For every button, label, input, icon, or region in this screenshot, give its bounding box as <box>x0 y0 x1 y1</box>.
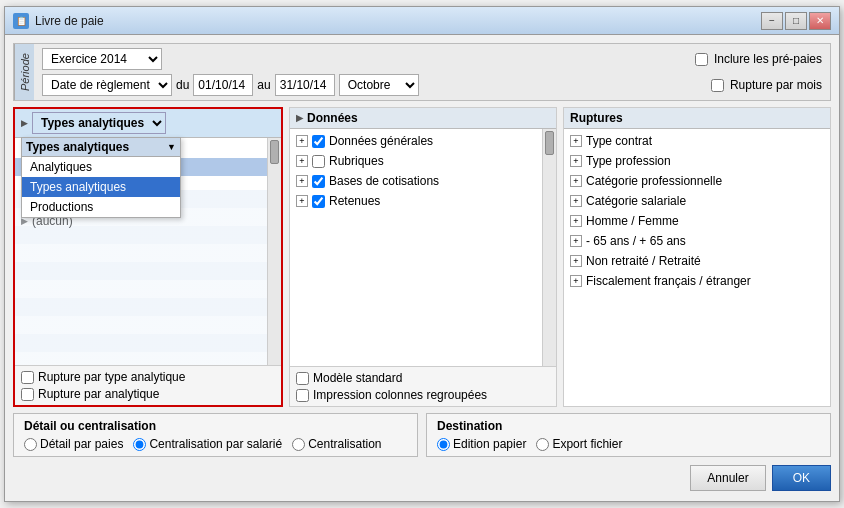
expand-icon-3[interactable]: + <box>296 195 308 207</box>
detail-radio-label-1: Centralisation par salarié <box>133 437 282 451</box>
du-label: du <box>176 78 189 92</box>
rupture-item-3: + Catégorie salariale <box>564 191 830 211</box>
rupture-mois-checkbox[interactable] <box>711 79 724 92</box>
rupture-expand-0[interactable]: + <box>570 135 582 147</box>
data-label-3: Retenues <box>329 194 380 208</box>
right-panel: Ruptures + Type contrat + Type professio… <box>563 107 831 407</box>
rupture-label-3: Catégorie salariale <box>586 194 686 208</box>
middle-panel: ▶ Données + Données générales + Rubrique… <box>289 107 557 407</box>
rupture-item-2: + Catégorie professionnelle <box>564 171 830 191</box>
window-controls: − □ ✕ <box>761 12 831 30</box>
main-panels: ▶ Types analytiques Types analytiques ▼ … <box>13 107 831 407</box>
periode-label: Période <box>14 44 34 100</box>
data-label-1: Rubriques <box>329 154 384 168</box>
rupture-expand-4[interactable]: + <box>570 215 582 227</box>
rupture-item-4: + Homme / Femme <box>564 211 830 231</box>
dropdown-item-analytiques[interactable]: Analytiques <box>22 157 180 177</box>
middle-scrollbar[interactable] <box>542 129 556 366</box>
au-label: au <box>257 78 270 92</box>
rupture-expand-1[interactable]: + <box>570 155 582 167</box>
ok-button[interactable]: OK <box>772 465 831 491</box>
app-icon: 📋 <box>13 13 29 29</box>
expand-icon-0[interactable]: + <box>296 135 308 147</box>
rupture-expand-7[interactable]: + <box>570 275 582 287</box>
date-to-input[interactable] <box>275 74 335 96</box>
rupture-expand-3[interactable]: + <box>570 195 582 207</box>
data-checkbox-3[interactable] <box>312 195 325 208</box>
left-panel: ▶ Types analytiques Types analytiques ▼ … <box>13 107 283 407</box>
detail-radio-2[interactable] <box>292 438 305 451</box>
middle-scrollbar-thumb[interactable] <box>545 131 554 155</box>
data-item-1: + Rubriques <box>290 151 542 171</box>
close-button[interactable]: ✕ <box>809 12 831 30</box>
expand-icon-2[interactable]: + <box>296 175 308 187</box>
periode-section: Période Exercice 2014 Inclure les pré-pa… <box>13 43 831 101</box>
rupture-expand-6[interactable]: + <box>570 255 582 267</box>
data-item-0: + Données générales <box>290 131 542 151</box>
dropdown-title: Types analytiques <box>26 140 129 154</box>
rupture-label-4: Homme / Femme <box>586 214 679 228</box>
middle-panel-arrow: ▶ <box>296 113 303 123</box>
destination-radio-label-1: Export fichier <box>536 437 622 451</box>
title-bar-left: 📋 Livre de paie <box>13 13 104 29</box>
detail-radio-1[interactable] <box>133 438 146 451</box>
action-row: Annuler OK <box>13 463 831 493</box>
content-area: Période Exercice 2014 Inclure les pré-pa… <box>5 35 839 501</box>
include-prepaid-label: Inclure les pré-paies <box>714 52 822 66</box>
rupture-analytique-checkbox[interactable] <box>21 388 34 401</box>
dropdown-item-productions[interactable]: Productions <box>22 197 180 217</box>
modele-standard-checkbox[interactable] <box>296 372 309 385</box>
analytics-type-select[interactable]: Types analytiques <box>32 112 166 134</box>
left-panel-footer: Rupture par type analytique Rupture par … <box>15 365 281 405</box>
rupture-item-5: + - 65 ans / + 65 ans <box>564 231 830 251</box>
detail-radio-0[interactable] <box>24 438 37 451</box>
left-scrollbar-thumb[interactable] <box>270 140 279 164</box>
left-scrollbar[interactable] <box>267 138 281 365</box>
middle-panel-title: Données <box>307 111 358 125</box>
destination-radio-1[interactable] <box>536 438 549 451</box>
impression-colonnes-checkbox[interactable] <box>296 389 309 402</box>
dropdown-item-types-analytiques[interactable]: Types analytiques <box>22 177 180 197</box>
detail-radio-label-2: Centralisation <box>292 437 381 451</box>
cancel-button[interactable]: Annuler <box>690 465 765 491</box>
maximize-button[interactable]: □ <box>785 12 807 30</box>
data-checkbox-0[interactable] <box>312 135 325 148</box>
minimize-button[interactable]: − <box>761 12 783 30</box>
bottom-sections: Détail ou centralisation Détail par paie… <box>13 413 831 457</box>
detail-panel: Détail ou centralisation Détail par paie… <box>13 413 418 457</box>
destination-radio-label-0: Edition papier <box>437 437 526 451</box>
data-item-3: + Retenues <box>290 191 542 211</box>
modele-standard-label: Modèle standard <box>296 371 550 385</box>
middle-panel-header: ▶ Données <box>290 108 556 129</box>
rupture-expand-2[interactable]: + <box>570 175 582 187</box>
window-title: Livre de paie <box>35 14 104 28</box>
rupture-label-0: Type contrat <box>586 134 652 148</box>
rupture-mois-label: Rupture par mois <box>730 78 822 92</box>
data-item-2: + Bases de cotisations <box>290 171 542 191</box>
rupture-label-7: Fiscalement français / étranger <box>586 274 751 288</box>
rupture-expand-5[interactable]: + <box>570 235 582 247</box>
expand-icon-1[interactable]: + <box>296 155 308 167</box>
rupture-item-7: + Fiscalement français / étranger <box>564 271 830 291</box>
include-prepaid-checkbox[interactable] <box>695 53 708 66</box>
data-label-2: Bases de cotisations <box>329 174 439 188</box>
month-select[interactable]: Octobre <box>339 74 419 96</box>
rupture-analytique-type-label: Rupture par type analytique <box>21 370 275 384</box>
destination-radio-0[interactable] <box>437 438 450 451</box>
data-checkbox-1[interactable] <box>312 155 325 168</box>
right-panel-content: + Type contrat + Type profession + Catég… <box>564 129 830 406</box>
data-checkbox-2[interactable] <box>312 175 325 188</box>
exercice-select[interactable]: Exercice 2014 <box>42 48 162 70</box>
dropdown-menu[interactable]: Types analytiques ▼ Analytiques Types an… <box>21 137 181 218</box>
rupture-label-2: Catégorie professionnelle <box>586 174 722 188</box>
rupture-item-0: + Type contrat <box>564 131 830 151</box>
date-from-input[interactable] <box>193 74 253 96</box>
rupture-label-6: Non retraité / Retraité <box>586 254 701 268</box>
reglement-select[interactable]: Date de règlement <box>42 74 172 96</box>
data-label-0: Données générales <box>329 134 433 148</box>
rupture-label-1: Type profession <box>586 154 671 168</box>
detail-radio-group: Détail par paies Centralisation par sala… <box>24 437 407 451</box>
rupture-analytique-type-checkbox[interactable] <box>21 371 34 384</box>
middle-panel-content: + Données générales + Rubriques + Bases … <box>290 129 556 366</box>
left-panel-arrow: ▶ <box>21 118 28 128</box>
